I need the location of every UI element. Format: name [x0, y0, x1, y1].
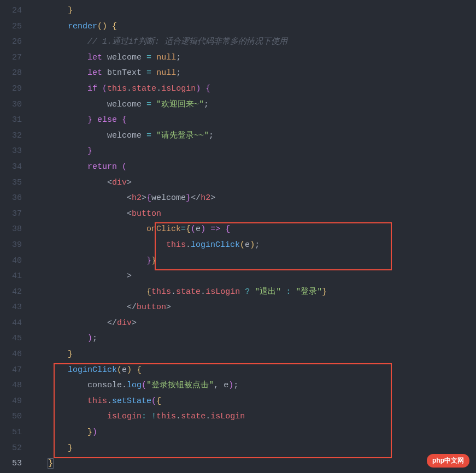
line-number: 39 [4, 238, 22, 253]
line-number: 50 [4, 409, 22, 425]
line-number: 42 [4, 285, 22, 300]
line-number: 27 [4, 50, 22, 66]
line-number: 32 [4, 128, 22, 144]
line-number: 30 [4, 97, 22, 113]
line-number-gutter: 24 25 26 27 28 29 30 31 32 33 34 35 36 3… [0, 0, 28, 473]
line-number: 40 [4, 253, 22, 269]
line-number: 34 [4, 159, 22, 175]
line-number: 24 [4, 3, 22, 19]
line-number: 35 [4, 175, 22, 191]
line-number: 46 [4, 347, 22, 363]
code-editor: 24 25 26 27 28 29 30 31 32 33 34 35 36 3… [0, 0, 476, 473]
line-number: 26 [4, 34, 22, 50]
line-number: 28 [4, 66, 22, 81]
line-number: 41 [4, 269, 22, 285]
line-number: 37 [4, 206, 22, 222]
line-number: 33 [4, 144, 22, 159]
line-number: 44 [4, 316, 22, 332]
line-number: 25 [4, 19, 22, 35]
line-number: 53 [4, 456, 22, 472]
line-number: 52 [4, 441, 22, 457]
line-number: 43 [4, 300, 22, 316]
code-content[interactable]: } render() { // 1.通过if判断: 适合逻辑代码非常多的情况下使… [28, 3, 476, 472]
watermark-logo: php中文网 [427, 454, 469, 468]
line-number: 29 [4, 81, 22, 97]
line-number: 49 [4, 394, 22, 410]
line-number: 45 [4, 331, 22, 347]
line-number: 36 [4, 191, 22, 206]
line-number: 48 [4, 378, 22, 394]
code-area[interactable]: } render() { // 1.通过if判断: 适合逻辑代码非常多的情况下使… [28, 0, 476, 473]
line-number: 51 [4, 425, 22, 441]
line-number: 31 [4, 113, 22, 128]
line-number: 38 [4, 222, 22, 238]
line-number: 47 [4, 363, 22, 379]
